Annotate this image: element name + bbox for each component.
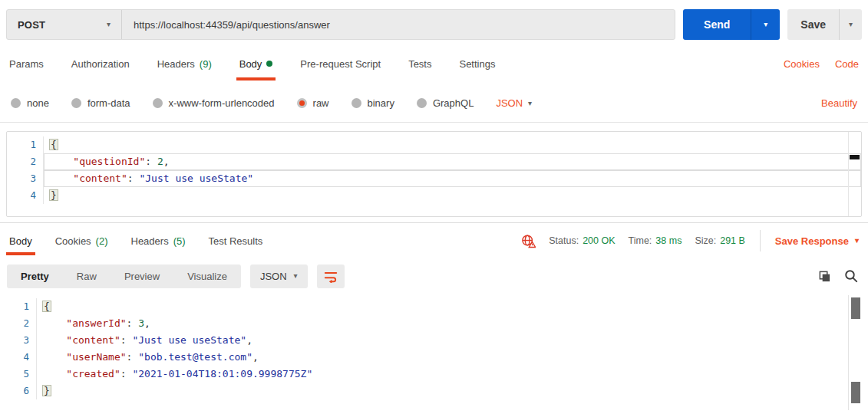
body-type-binary[interactable]: binary xyxy=(351,97,394,109)
url-input[interactable]: https://localhost:44359/api/questions/an… xyxy=(122,19,342,31)
editor-scrollbar-thumb[interactable] xyxy=(850,155,860,159)
view-tab-visualize[interactable]: Visualize xyxy=(173,264,241,288)
code-content: "questionId": 2, xyxy=(44,153,861,170)
tab-body[interactable]: Body xyxy=(239,43,273,84)
code-line: 5 "created": "2021-01-04T18:01:09.999877… xyxy=(0,366,868,383)
chevron-down-icon: ▾ xyxy=(855,237,859,245)
body-format-label: JSON xyxy=(496,97,523,109)
view-tab-pretty[interactable]: Pretty xyxy=(7,264,63,288)
tab-headers[interactable]: Headers(9) xyxy=(157,43,212,84)
request-links: CookiesCode xyxy=(784,43,859,84)
request-tabs-row: ParamsAuthorizationHeaders(9)BodyPre-req… xyxy=(0,43,868,84)
radio-label: x-www-form-urlencoded xyxy=(169,97,275,109)
code-link[interactable]: Code xyxy=(835,58,859,70)
body-type-none[interactable]: none xyxy=(11,97,49,109)
response-tab-headers[interactable]: Headers(5) xyxy=(131,223,186,258)
tab-authorization[interactable]: Authorization xyxy=(71,43,130,84)
line-number: 1 xyxy=(0,298,37,315)
tab-pre-request-script[interactable]: Pre-request Script xyxy=(300,43,381,84)
radio-icon xyxy=(11,98,21,108)
tab-label: Params xyxy=(9,58,44,70)
method-selector[interactable]: POST ▾ xyxy=(7,10,122,39)
response-view-tabs: PrettyRawPreviewVisualize xyxy=(7,264,241,288)
body-type-form-data[interactable]: form-data xyxy=(71,97,130,109)
radio-icon xyxy=(153,98,163,108)
line-number: 1 xyxy=(7,136,44,153)
save-options-button[interactable]: ▾ xyxy=(839,9,862,40)
view-tab-raw[interactable]: Raw xyxy=(63,264,111,288)
code-content: "created": "2021-01-04T18:01:09.9998775Z… xyxy=(37,366,868,383)
divider xyxy=(760,230,761,251)
radio-label: binary xyxy=(368,97,394,109)
request-body-editor[interactable]: 1{2 "questionId": 2,3 "content": "Just u… xyxy=(6,131,862,217)
save-response-button[interactable]: Save Response ▾ xyxy=(775,235,859,247)
unsaved-dot-icon xyxy=(266,61,272,67)
body-type-raw[interactable]: raw xyxy=(297,97,329,109)
send-button[interactable]: Send xyxy=(683,9,751,40)
code-content: } xyxy=(44,187,861,204)
tab-label: Authorization xyxy=(71,58,130,70)
tab-params[interactable]: Params xyxy=(9,43,44,84)
response-body-viewer: 1{2 "answerId": 3,3 "content": "Just use… xyxy=(0,294,868,410)
radio-icon xyxy=(71,98,81,108)
tab-label: Body xyxy=(9,235,32,247)
radio-icon xyxy=(351,98,361,108)
wrap-lines-icon xyxy=(324,269,338,283)
response-scrollbar-thumb[interactable] xyxy=(851,382,860,403)
response-tab-body[interactable]: Body xyxy=(9,223,32,258)
network-error-icon[interactable] xyxy=(521,234,536,248)
tab-label: Cookies xyxy=(55,235,91,247)
body-type-x-www-form-urlencoded[interactable]: x-www-form-urlencoded xyxy=(153,97,275,109)
request-bar: POST ▾ https://localhost:44359/api/quest… xyxy=(0,0,868,43)
radio-label: form-data xyxy=(87,97,130,109)
chevron-down-icon: ▾ xyxy=(107,21,111,28)
tab-settings[interactable]: Settings xyxy=(459,43,495,84)
body-format-selector[interactable]: JSON ▾ xyxy=(496,97,532,109)
send-options-button[interactable]: ▾ xyxy=(751,9,780,40)
body-type-row: noneform-datax-www-form-urlencodedrawbin… xyxy=(0,84,868,123)
response-scrollbar-thumb[interactable] xyxy=(851,297,860,319)
code-line: 1{ xyxy=(0,298,868,315)
line-number: 3 xyxy=(0,332,37,349)
body-type-graphql[interactable]: GraphQL xyxy=(417,97,474,109)
tab-count: (2) xyxy=(96,235,108,247)
radio-icon xyxy=(417,98,427,108)
tab-tests[interactable]: Tests xyxy=(408,43,431,84)
search-icon[interactable] xyxy=(844,269,858,283)
line-number: 3 xyxy=(7,170,44,187)
request-tabs: ParamsAuthorizationHeaders(9)BodyPre-req… xyxy=(9,43,495,84)
chevron-down-icon: ▾ xyxy=(849,21,853,28)
time-badge: Time: 38 ms xyxy=(629,235,682,246)
cookies-link[interactable]: Cookies xyxy=(784,58,820,70)
code-content: "content": "Just use useState", xyxy=(37,332,868,349)
code-line: 2 "answerId": 3, xyxy=(0,315,868,332)
view-tab-preview[interactable]: Preview xyxy=(111,264,173,288)
response-format-selector[interactable]: JSON ▾ xyxy=(250,264,308,288)
tab-label: Tests xyxy=(408,58,431,70)
response-tab-test-results[interactable]: Test Results xyxy=(209,223,263,258)
tab-label: Test Results xyxy=(209,235,263,247)
code-content: { xyxy=(37,298,868,315)
beautify-link[interactable]: Beautify xyxy=(821,97,857,109)
line-number: 5 xyxy=(0,366,37,383)
code-line: 1{ xyxy=(7,136,861,153)
code-line: 6} xyxy=(0,383,868,399)
line-number: 2 xyxy=(7,153,44,170)
wrap-lines-button[interactable] xyxy=(317,264,345,288)
chevron-down-icon: ▾ xyxy=(764,21,767,28)
response-tab-cookies[interactable]: Cookies(2) xyxy=(55,223,108,258)
code-line: 4 "userName": "bob.test@test.com", xyxy=(0,349,868,366)
radio-label: none xyxy=(27,97,49,109)
tab-label: Headers xyxy=(157,58,195,70)
response-scrollbar-track xyxy=(848,295,849,410)
chevron-down-icon: ▾ xyxy=(294,272,298,280)
code-content: "userName": "bob.test@test.com", xyxy=(37,349,868,366)
radio-label: GraphQL xyxy=(433,97,474,109)
send-button-group: Send ▾ xyxy=(683,9,780,40)
save-button[interactable]: Save xyxy=(787,9,839,40)
tab-label: Headers xyxy=(131,235,169,247)
copy-icon[interactable] xyxy=(818,270,831,283)
editor-scrollbar-track xyxy=(848,132,849,216)
response-header: BodyCookies(2)Headers(5)Test Results Sta… xyxy=(0,223,868,258)
radio-label: raw xyxy=(313,97,329,109)
